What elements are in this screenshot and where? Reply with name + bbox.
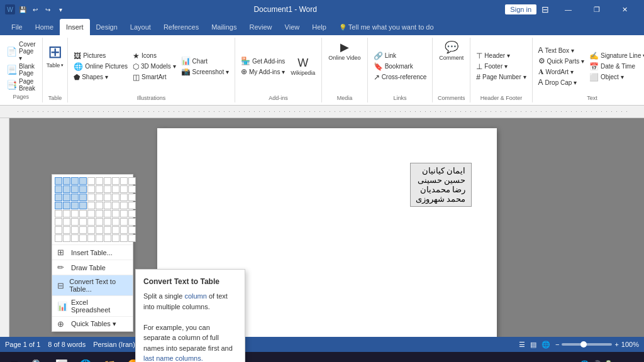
table-grid-cell[interactable] [104,210,111,217]
table-grid-cell[interactable] [87,210,95,217]
table-grid-cell[interactable] [79,218,87,226]
table-grid-cell[interactable] [128,177,136,185]
table-grid-cell[interactable] [112,202,119,209]
table-grid-cell[interactable] [112,234,119,242]
table-grid-cell[interactable] [71,234,79,242]
minimize-button[interactable]: — [554,0,582,19]
table-grid-cell[interactable] [96,185,103,193]
pictures-button[interactable]: 🖼 Pictures [72,51,130,61]
save-icon[interactable]: 💾 [18,4,28,14]
table-grid-cell[interactable] [96,177,103,185]
view-normal-icon[interactable]: ☰ [519,341,525,349]
zoom-out-icon[interactable]: − [555,341,559,348]
table-grid-cell[interactable] [112,218,119,226]
table-grid-cell[interactable] [112,210,119,217]
table-grid-cell[interactable] [128,185,136,193]
table-grid-cell[interactable] [120,234,128,242]
table-grid-cell[interactable] [79,185,87,193]
cover-page-button[interactable]: 📄 Cover Page ▾ [5,40,37,62]
table-grid-cell[interactable] [63,218,70,226]
comment-button[interactable]: 💬 Comment [436,39,466,63]
header-button[interactable]: ⊤ Header ▾ [474,51,528,61]
wordart-button[interactable]: 𝐀 WordArt ▾ [536,67,586,77]
get-addins-button[interactable]: 🏪 Get Add-ins [239,56,287,66]
table-grid-cell[interactable] [104,234,111,242]
table-grid-cell[interactable] [112,177,119,185]
table-grid-cell[interactable] [63,194,70,201]
table-grid-cell[interactable] [87,234,95,242]
tab-mailings[interactable]: Mailings [205,19,243,35]
table-grid-cell[interactable] [104,185,111,193]
chart-button[interactable]: 📊 Chart [179,56,231,66]
table-grid-cell[interactable] [55,202,62,209]
table-grid-cell[interactable] [63,202,70,209]
redo-icon[interactable]: ↪ [43,4,53,14]
zoom-control[interactable]: − + 100% [555,341,639,348]
signin-button[interactable]: Sign in [505,4,536,14]
quick-tables-button[interactable]: ⊕ Quick Tables ▾ [52,316,133,331]
table-grid-cell[interactable] [87,226,95,234]
restore-button[interactable]: ❐ [582,0,611,19]
start-button[interactable]: ⊞ [3,353,25,362]
table-grid-cell[interactable] [63,234,70,242]
footer-button[interactable]: ⊥ Footer ▾ [474,62,528,72]
textbox-button[interactable]: A Text Box ▾ [536,45,586,55]
signature-line-button[interactable]: ✍ Signature Line ▾ [587,51,644,61]
table-grid-cell[interactable] [87,218,95,226]
table-grid-cell[interactable] [79,226,87,234]
page-number-button[interactable]: # Page Number ▾ [474,72,528,82]
table-grid-cell[interactable] [96,202,103,209]
online-pictures-button[interactable]: 🌐 Online Pictures [72,62,130,72]
table-grid-cell[interactable] [128,218,136,226]
search-button[interactable]: 🔍 [26,353,49,362]
table-grid-cell[interactable] [96,218,103,226]
table-grid-cell[interactable] [63,177,70,185]
tab-references[interactable]: References [157,19,205,35]
explorer-button[interactable]: 📁 [98,353,121,362]
tab-review[interactable]: Review [243,19,279,35]
screenshot-button[interactable]: 📸 Screenshot ▾ [179,67,231,77]
table-grid-cell[interactable] [79,202,87,209]
customize-icon[interactable]: ▾ [55,4,65,14]
drop-cap-button[interactable]: A Drop Cap ▾ [536,77,586,87]
table-grid-cell[interactable] [71,218,79,226]
close-button[interactable]: ✕ [611,0,639,19]
cross-reference-button[interactable]: ↗ Cross-reference [372,72,429,82]
table-grid-cell[interactable] [55,177,62,185]
table-grid-cell[interactable] [79,234,87,242]
table-grid-cell[interactable] [71,185,79,193]
table-grid-cell[interactable] [128,234,136,242]
table-grid-cell[interactable] [87,194,95,201]
table-grid-cell[interactable] [96,194,103,201]
tab-layout[interactable]: Layout [124,19,157,35]
zoom-in-icon[interactable]: + [614,341,618,348]
table-grid-cell[interactable] [55,218,62,226]
insert-table-button[interactable]: ⊞ Insert Table... [52,244,133,260]
table-grid-cell[interactable] [71,194,79,201]
wikipedia-button[interactable]: W Wikipedia [288,55,318,79]
smartart-button[interactable]: ◫ SmartArt [131,72,178,82]
table-grid-cell[interactable] [79,210,87,217]
table-grid-cell[interactable] [112,185,119,193]
table-grid-cell[interactable] [63,226,70,234]
table-grid-cell[interactable] [71,202,79,209]
tab-insert[interactable]: Insert [60,19,90,35]
table-grid-cell[interactable] [55,234,62,242]
blank-page-button[interactable]: 📃 Blank Page [5,62,37,77]
table-grid-cell[interactable] [87,177,95,185]
table-grid-cell[interactable] [104,218,111,226]
my-addins-button[interactable]: ⊕ My Add-ins ▾ [239,67,287,77]
table-grid-cell[interactable] [104,202,111,209]
object-button[interactable]: ⬜ Object ▾ [587,72,644,82]
table-grid-cell[interactable] [87,185,95,193]
table-grid-cell[interactable] [104,226,111,234]
task-view-button[interactable]: ⬜ [50,353,73,362]
table-grid-cell[interactable] [71,210,79,217]
link-button[interactable]: 🔗 Link [372,51,429,61]
icons-button[interactable]: ★ Icons [131,51,178,61]
tab-view[interactable]: View [279,19,306,35]
online-video-button[interactable]: ▶ Online Video [326,39,363,63]
date-time-button[interactable]: 📅 Date & Time [587,62,644,72]
table-grid-cell[interactable] [112,194,119,201]
table-grid-cell[interactable] [112,226,119,234]
